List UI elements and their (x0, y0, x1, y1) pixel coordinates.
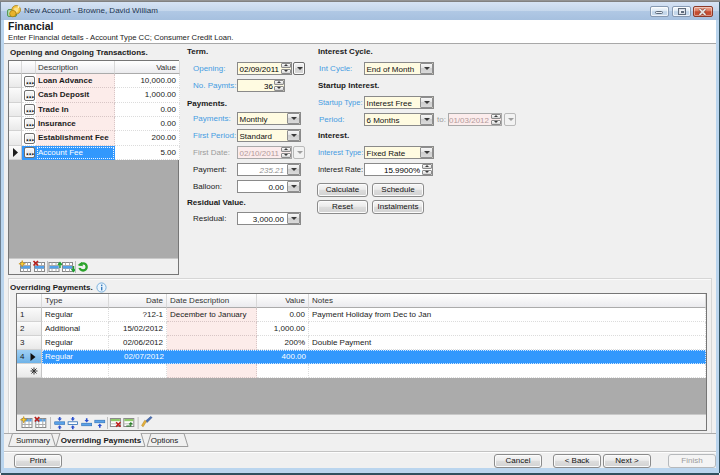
svg-text:Options: Options (151, 436, 179, 445)
svg-text:Summary: Summary (16, 436, 50, 445)
svg-text:Overriding Payments: Overriding Payments (61, 436, 142, 445)
